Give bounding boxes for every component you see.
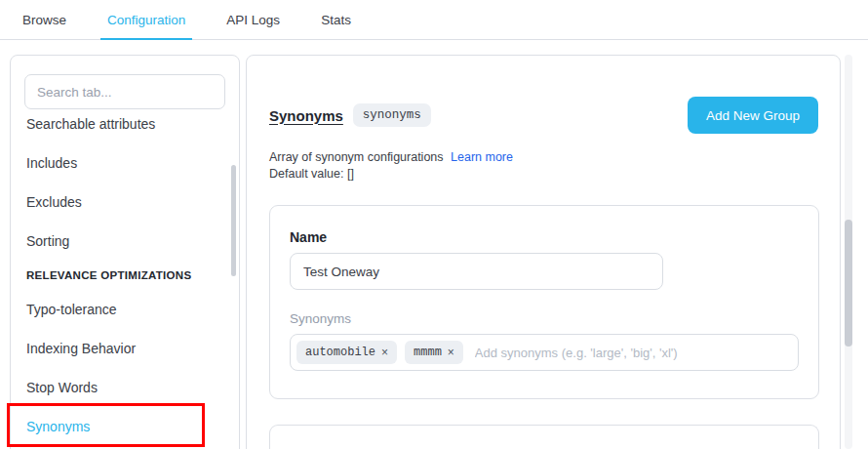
field-code-badge: synonyms [353, 103, 431, 127]
remove-tag-icon[interactable]: × [448, 347, 454, 358]
sidebar-scrollbar-thumb[interactable] [231, 165, 236, 276]
synonym-tag-automobile: automobile × [296, 341, 397, 364]
group-name-input[interactable] [290, 253, 663, 290]
sidebar-section-relevance-optimizations: RELEVANCE OPTIMIZATIONS [11, 261, 231, 290]
sidebar-nav-list: Searchable attributes Includes Excludes … [11, 118, 231, 449]
add-new-group-button[interactable]: Add New Group [688, 97, 818, 134]
config-sidebar: Searchable attributes Includes Excludes … [10, 55, 240, 449]
tag-label: mmmm [414, 346, 442, 359]
tag-label: automobile [305, 346, 375, 359]
default-value-text: Default value: [] [269, 167, 817, 181]
synonym-tag-mmmm: mmmm × [405, 341, 463, 364]
sidebar-item-typo-tolerance[interactable]: Typo-tolerance [11, 290, 231, 329]
synonyms-tag-input[interactable]: automobile × mmmm × [290, 334, 799, 371]
synonym-group-card: Name Synonyms automobile × mmmm × [269, 205, 819, 399]
add-synonym-input[interactable] [471, 346, 792, 360]
remove-tag-icon[interactable]: × [381, 347, 388, 358]
sidebar-search-input[interactable] [24, 74, 225, 109]
name-label: Name [290, 229, 799, 245]
sidebar-item-excludes[interactable]: Excludes [11, 183, 231, 222]
tab-configuration[interactable]: Configuration [87, 0, 206, 39]
field-header-row: Synonyms synonyms Add New Group [269, 97, 818, 134]
description-text: Array of synonym configurations [269, 150, 444, 164]
tab-browse[interactable]: Browse [2, 0, 87, 39]
main-scrollbar-thumb[interactable] [845, 220, 852, 347]
sidebar-item-searchable-attributes[interactable]: Searchable attributes [11, 118, 231, 143]
main-scrollbar-track[interactable] [845, 55, 852, 449]
sidebar-item-synonyms[interactable]: Synonyms [11, 407, 231, 446]
sidebar-item-indexing-behavior[interactable]: Indexing Behavior [11, 329, 231, 368]
next-group-card [269, 425, 819, 449]
sidebar-item-includes[interactable]: Includes [11, 143, 231, 183]
synonyms-label: Synonyms [290, 311, 799, 326]
tab-stats[interactable]: Stats [300, 0, 372, 39]
field-title-group: Synonyms synonyms [269, 103, 431, 127]
top-tab-bar: Browse Configuration API Logs Stats [0, 0, 868, 40]
sidebar-item-stop-words[interactable]: Stop Words [11, 368, 231, 407]
sidebar-item-sorting[interactable]: Sorting [11, 222, 231, 261]
field-description: Array of synonym configurations Learn mo… [269, 150, 817, 164]
learn-more-link[interactable]: Learn more [451, 150, 513, 164]
main-content-panel: Synonyms synonyms Add New Group Array of… [246, 55, 841, 449]
page-title: Synonyms [269, 107, 343, 124]
tab-api-logs[interactable]: API Logs [206, 0, 300, 39]
